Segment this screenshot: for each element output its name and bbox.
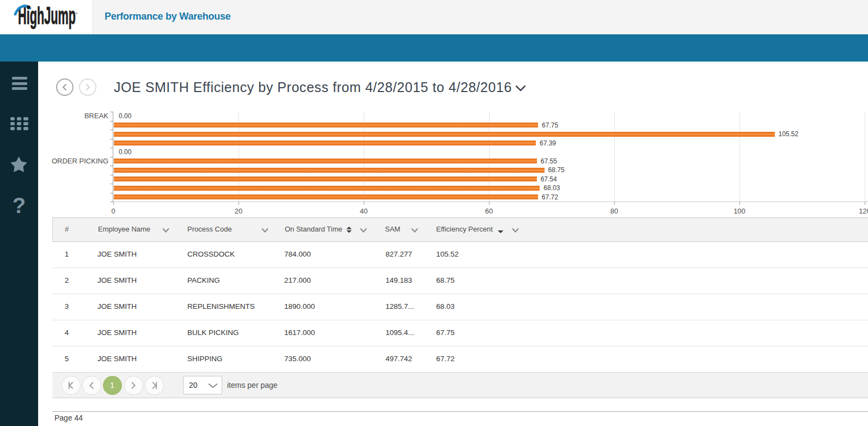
svg-text:TM: TM bbox=[75, 12, 78, 15]
